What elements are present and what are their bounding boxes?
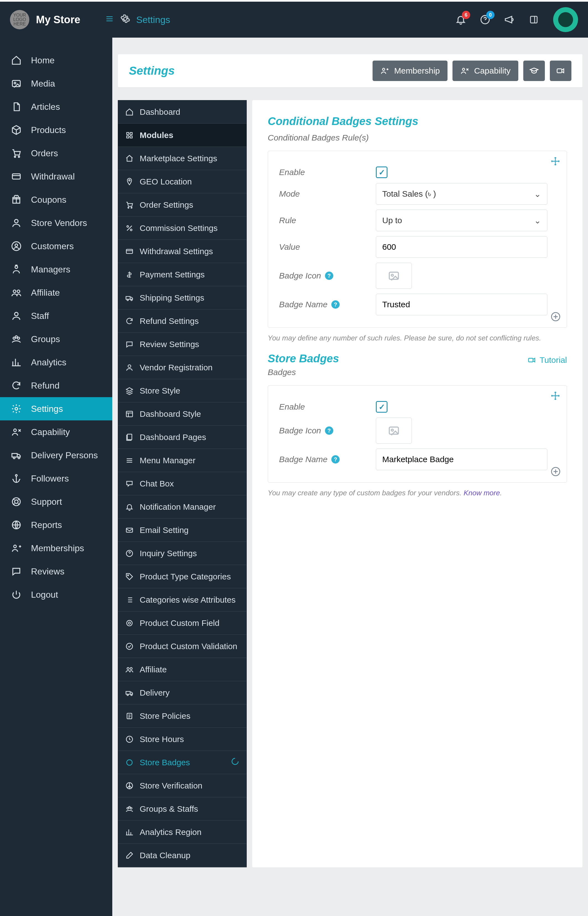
enable-checkbox[interactable]: ✓ xyxy=(376,166,388,178)
subnav-item-withdrawal-settings[interactable]: Withdrawal Settings xyxy=(118,240,246,263)
badge-name-input[interactable] xyxy=(376,294,548,315)
know-more-link[interactable]: Know more xyxy=(464,489,500,497)
sb-name-input[interactable] xyxy=(376,449,548,470)
subnav-item-groups-staffs[interactable]: Groups & Staffs xyxy=(118,797,246,821)
help-icon[interactable]: 0 xyxy=(477,11,493,28)
sidebar-item-memberships[interactable]: Memberships xyxy=(0,536,112,560)
sidebar-item-products[interactable]: Products xyxy=(0,118,112,142)
subnav-item-dashboard[interactable]: Dashboard xyxy=(118,100,246,124)
subnav-item-modules[interactable]: Modules xyxy=(118,124,246,147)
sidebar-item-media[interactable]: Media xyxy=(0,72,112,95)
sb-icon-upload[interactable] xyxy=(376,418,412,444)
subnav-item-product-type-categories[interactable]: Product Type Categories xyxy=(118,565,246,588)
add-badge-icon[interactable] xyxy=(551,467,561,478)
page-header: Settings Membership Capability xyxy=(118,54,583,87)
store-logo[interactable]: YOURLOGOHERE xyxy=(10,10,29,29)
subnav-item-categories-wise-attributes[interactable]: Categories wise Attributes xyxy=(118,588,246,612)
move-handle-icon[interactable] xyxy=(551,157,560,168)
sidebar-item-articles[interactable]: Articles xyxy=(0,95,112,118)
help-dot-icon[interactable]: ? xyxy=(325,426,333,435)
subnav-item-refund-settings[interactable]: Refund Settings xyxy=(118,310,246,333)
subnav-item-shipping-settings[interactable]: Shipping Settings xyxy=(118,286,246,310)
video-button[interactable] xyxy=(550,61,572,81)
subnav-item-data-cleanup[interactable]: Data Cleanup xyxy=(118,844,246,867)
sidebar-item-refund[interactable]: Refund xyxy=(0,374,112,397)
capability-button[interactable]: Capability xyxy=(452,61,518,81)
subnav-item-menu-manager[interactable]: Menu Manager xyxy=(118,449,246,472)
subnav-item-product-custom-validation[interactable]: Product Custom Validation xyxy=(118,635,246,658)
sidebar-item-analytics[interactable]: Analytics xyxy=(0,351,112,374)
subnav-item-dashboard-style[interactable]: Dashboard Style xyxy=(118,402,246,426)
subnav-item-affiliate[interactable]: Affiliate xyxy=(118,658,246,681)
subnav-item-vendor-registration[interactable]: Vendor Registration xyxy=(118,356,246,379)
sidebar-item-settings[interactable]: Settings xyxy=(0,397,112,420)
subnav-item-geo-location[interactable]: GEO Location xyxy=(118,170,246,193)
subnav-item-product-custom-field[interactable]: Product Custom Field xyxy=(118,612,246,635)
subnav-item-payment-settings[interactable]: Payment Settings xyxy=(118,263,246,286)
sidebar-item-orders[interactable]: Orders xyxy=(0,142,112,165)
help-dot-icon[interactable]: ? xyxy=(325,271,333,280)
sidebar-item-reports[interactable]: Reports xyxy=(0,513,112,536)
tutorial-link[interactable]: Tutorial xyxy=(527,355,567,365)
sidebar-item-capability[interactable]: Capability xyxy=(0,420,112,444)
notifications-icon[interactable]: 6 xyxy=(452,11,469,28)
sidebar-item-reviews[interactable]: Reviews xyxy=(0,560,112,583)
add-rule-icon[interactable] xyxy=(551,312,561,323)
help-dot-icon[interactable]: ? xyxy=(331,455,340,464)
svg-point-13 xyxy=(17,290,20,293)
subnav-item-store-style[interactable]: Store Style xyxy=(118,379,246,402)
badge-icon-upload[interactable] xyxy=(376,263,412,289)
sidebar-item-coupons[interactable]: Coupons xyxy=(0,188,112,211)
svg-point-8 xyxy=(15,219,18,223)
subnav-item-marketplace-settings[interactable]: Marketplace Settings xyxy=(118,147,246,170)
menu-toggle-icon[interactable] xyxy=(105,14,115,26)
subnav-item-label: Store Policies xyxy=(140,711,190,721)
membership-button[interactable]: Membership xyxy=(373,61,447,81)
panel-icon[interactable] xyxy=(525,11,542,28)
subnav-item-review-settings[interactable]: Review Settings xyxy=(118,333,246,356)
sidebar-item-support[interactable]: Support xyxy=(0,490,112,513)
sidebar-item-store-vendors[interactable]: Store Vendors xyxy=(0,211,112,234)
sidebar-item-delivery-persons[interactable]: Delivery Persons xyxy=(0,444,112,467)
subnav-item-inquiry-settings[interactable]: Inquiry Settings xyxy=(118,542,246,565)
subnav-item-email-setting[interactable]: Email Setting xyxy=(118,519,246,542)
announce-icon[interactable] xyxy=(501,11,518,28)
sidebar-item-groups[interactable]: Groups xyxy=(0,328,112,351)
subnav-item-dashboard-pages[interactable]: Dashboard Pages xyxy=(118,426,246,449)
sidebar-item-label: Orders xyxy=(31,148,58,158)
rule-select[interactable]: Up to ⌄ xyxy=(376,210,548,231)
sidebar-item-staff[interactable]: Staff xyxy=(0,304,112,328)
sb-enable-checkbox[interactable]: ✓ xyxy=(376,401,388,413)
svg-rect-41 xyxy=(126,411,133,417)
sidebar-item-label: Capability xyxy=(31,427,70,437)
subnav-item-commission-settings[interactable]: Commission Settings xyxy=(118,216,246,240)
subnav-item-delivery[interactable]: Delivery xyxy=(118,681,246,704)
sidebar-item-home[interactable]: Home xyxy=(0,48,112,72)
subnav-item-store-hours[interactable]: Store Hours xyxy=(118,728,246,751)
sidebar-item-logout[interactable]: Logout xyxy=(0,583,112,606)
sidebar-item-affiliate[interactable]: Affiliate xyxy=(0,281,112,304)
subnav-item-analytics-region[interactable]: Analytics Region xyxy=(118,821,246,844)
subnav-item-label: Data Cleanup xyxy=(140,851,190,860)
mode-select[interactable]: Total Sales (৳ ) ⌄ xyxy=(376,183,548,205)
sidebar-item-withdrawal[interactable]: Withdrawal xyxy=(0,165,112,188)
subnav-item-chat-box[interactable]: Chat Box xyxy=(118,472,246,495)
help-dot-icon[interactable]: ? xyxy=(331,300,340,309)
subnav-item-label: Affiliate xyxy=(140,665,167,674)
move-handle-icon[interactable] xyxy=(551,391,560,402)
subnav-item-notification-manager[interactable]: Notification Manager xyxy=(118,495,246,519)
value-input[interactable] xyxy=(376,236,548,258)
subnav-item-label: Vendor Registration xyxy=(140,363,213,372)
subnav-item-order-settings[interactable]: Order Settings xyxy=(118,193,246,216)
grad-cap-button[interactable] xyxy=(523,61,545,81)
subnav-item-label: Review Settings xyxy=(140,339,199,349)
breadcrumb[interactable]: Settings xyxy=(136,15,170,25)
sidebar-item-followers[interactable]: Followers xyxy=(0,467,112,490)
sidebar-item-customers[interactable]: Customers xyxy=(0,234,112,258)
subnav-item-store-policies[interactable]: Store Policies xyxy=(118,704,246,728)
sidebar-item-managers[interactable]: Managers xyxy=(0,258,112,281)
subnav-item-store-badges[interactable]: Store Badges xyxy=(118,751,246,774)
avatar[interactable] xyxy=(553,7,578,32)
subnav-item-store-verification[interactable]: Store Verification xyxy=(118,774,246,797)
subnav-item-label: Notification Manager xyxy=(140,502,216,512)
